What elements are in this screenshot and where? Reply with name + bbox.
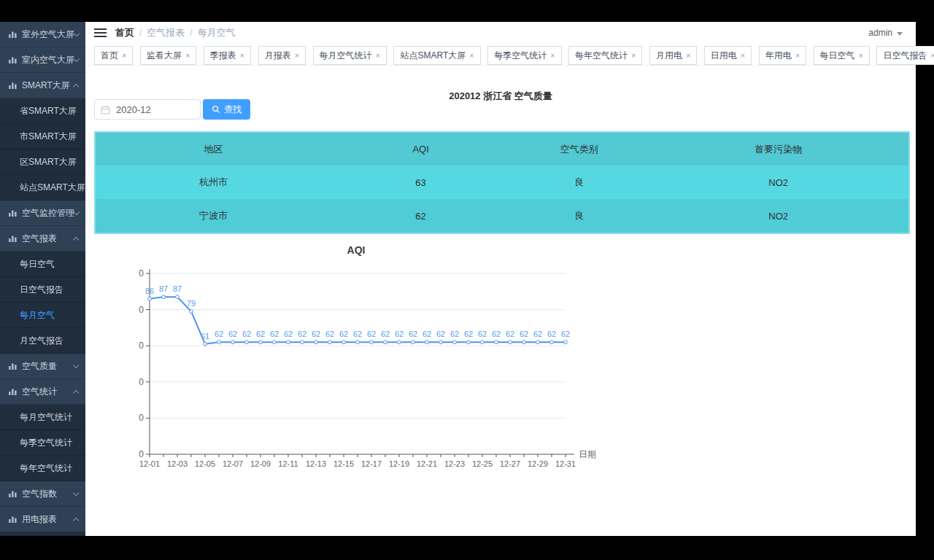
sidebar-item-air-quality[interactable]: 空气质量 [0, 354, 85, 379]
close-icon[interactable]: × [631, 51, 636, 60]
sidebar-item-label: 站点SMART大屏 [20, 182, 85, 194]
chart-title: AQI [139, 244, 574, 256]
close-icon[interactable]: × [686, 51, 690, 60]
sidebar-item-label: 每年空气统计 [20, 462, 72, 475]
sidebar-item-monthly-air[interactable]: 每月空气 [0, 303, 85, 328]
chevron-up-icon [73, 517, 79, 523]
close-icon[interactable]: × [795, 51, 800, 60]
sidebar-item-air-statistics[interactable]: 空气统计 [0, 379, 85, 405]
tab-daily-air-report[interactable]: 日空气报告× [876, 46, 934, 65]
tab-quarter-report[interactable]: 季报表× [204, 46, 251, 65]
close-icon[interactable]: × [930, 51, 934, 60]
sidebar-item-air-monitor-mgmt[interactable]: 空气监控管理 [0, 201, 85, 226]
svg-text:12-01: 12-01 [139, 459, 160, 468]
svg-text:86: 86 [145, 287, 154, 295]
bar-chart-icon [8, 489, 18, 498]
sidebar-item-yearly-air-stats[interactable]: 每年空气统计 [0, 456, 85, 481]
tab-yearly-power[interactable]: 年用电× [759, 46, 806, 65]
sidebar-item-daily-power[interactable]: 日用电 [0, 532, 85, 536]
hamburger-menu-icon[interactable] [94, 26, 107, 39]
close-icon[interactable]: × [550, 51, 555, 60]
user-menu[interactable]: admin [868, 28, 903, 38]
svg-text:62: 62 [561, 330, 570, 338]
close-icon[interactable]: × [122, 51, 126, 60]
svg-text:日期: 日期 [579, 449, 596, 459]
sidebar-item-label: 室外空气大屏 [22, 28, 74, 41]
tab-monthly-power[interactable]: 月用电× [649, 46, 697, 65]
close-icon[interactable]: × [469, 51, 474, 60]
tab-monitor-screen[interactable]: 监看大屏× [140, 46, 196, 65]
sidebar-item-label: 空气指数 [22, 488, 57, 500]
close-icon[interactable]: × [741, 51, 745, 60]
sidebar-item-monthly-air-report[interactable]: 月空气报告 [0, 328, 85, 354]
sidebar-item-air-reports[interactable]: 空气报表 [0, 226, 85, 252]
svg-text:62: 62 [325, 330, 334, 338]
bar-chart-icon [8, 209, 18, 217]
aqi-line-chart: 02040608010012-0112-0312-0512-0712-0912-… [139, 262, 620, 481]
sidebar-item-air-index[interactable]: 空气指数 [0, 481, 85, 507]
close-icon[interactable]: × [376, 51, 380, 60]
svg-text:62: 62 [242, 330, 251, 338]
svg-text:62: 62 [312, 330, 320, 338]
sidebar-item-label: 每日空气 [20, 258, 55, 271]
search-icon [212, 105, 220, 114]
svg-text:62: 62 [520, 330, 528, 338]
bar-chart-icon [8, 515, 18, 524]
tab-month-report[interactable]: 月报表× [258, 46, 306, 65]
svg-text:12-15: 12-15 [333, 459, 354, 468]
close-icon[interactable]: × [185, 51, 190, 60]
tab-monthly-air-stats[interactable]: 每月空气统计× [313, 46, 387, 65]
close-icon[interactable]: × [295, 51, 299, 60]
close-icon[interactable]: × [240, 51, 244, 60]
sidebar-item-label: 月空气报告 [20, 335, 63, 347]
sidebar-item-indoor-air-screen[interactable]: 室内空气大屏 [0, 47, 85, 73]
svg-text:12-11: 12-11 [278, 459, 298, 468]
svg-text:62: 62 [450, 330, 459, 338]
breadcrumb-home[interactable]: 首页 [115, 26, 134, 39]
svg-text:87: 87 [173, 284, 182, 293]
bar-chart-icon [8, 81, 18, 90]
sidebar-item-district-smart-screen[interactable]: 区SMART大屏 [0, 149, 85, 175]
date-picker[interactable] [94, 99, 201, 120]
sidebar-item-province-smart-screen[interactable]: 省SMART大屏 [0, 98, 85, 124]
svg-text:62: 62 [533, 330, 542, 338]
tab-yearly-air-stats[interactable]: 每年空气统计× [568, 46, 642, 65]
month-input[interactable] [115, 104, 190, 116]
sidebar-item-label: 空气报表 [22, 233, 57, 245]
sidebar-item-daily-air-report[interactable]: 日空气报告 [0, 277, 85, 303]
sidebar-item-label: 每月空气 [20, 309, 55, 322]
close-icon[interactable]: × [859, 51, 863, 60]
breadcrumb-air-reports[interactable]: 空气报表 [147, 26, 185, 39]
svg-text:62: 62 [436, 330, 445, 338]
search-button[interactable]: 查找 [203, 99, 250, 120]
chevron-down-icon [73, 362, 79, 368]
sidebar-item-outdoor-air-screen[interactable]: 室外空气大屏 [0, 22, 85, 47]
calendar-icon [101, 105, 110, 114]
tab-station-smart-screen[interactable]: 站点SMART大屏× [393, 46, 480, 65]
sidebar-item-quarterly-air-stats[interactable]: 每季空气统计 [0, 430, 85, 456]
sidebar-item-smart-screen[interactable]: SMART大屏 [0, 73, 85, 98]
svg-text:62: 62 [270, 330, 279, 338]
tab-home[interactable]: 首页× [94, 46, 133, 65]
tab-quarterly-air-stats[interactable]: 每季空气统计× [487, 46, 561, 65]
app-window: 室外空气大屏 室内空气大屏 SMART大屏 省SMART大屏 市SMART大屏 … [0, 22, 916, 536]
tab-daily-power[interactable]: 日用电× [704, 46, 752, 65]
sidebar-item-monthly-air-stats[interactable]: 每月空气统计 [0, 405, 85, 430]
sidebar-item-label: 用电报表 [22, 513, 57, 526]
svg-text:87: 87 [159, 284, 168, 293]
sidebar-item-label: SMART大屏 [22, 79, 70, 92]
sidebar-item-daily-air[interactable]: 每日空气 [0, 252, 85, 277]
breadcrumb-separator: / [190, 28, 192, 38]
column-header-region: 地区 [96, 143, 331, 156]
svg-text:62: 62 [284, 330, 293, 338]
sidebar-item-station-smart-screen[interactable]: 站点SMART大屏 [0, 175, 85, 201]
svg-text:12-21: 12-21 [417, 459, 437, 468]
sidebar-item-label: 空气质量 [22, 360, 57, 373]
air-quality-table: 地区 AQI 空气类别 首要污染物 杭州市 63 良 NO2 宁波市 62 良 … [94, 131, 910, 234]
tab-daily-air[interactable]: 每日空气× [814, 46, 870, 65]
svg-text:62: 62 [422, 330, 431, 338]
cell-region: 宁波市 [96, 209, 331, 222]
sidebar-item-city-smart-screen[interactable]: 市SMART大屏 [0, 124, 85, 149]
sidebar-item-power-reports[interactable]: 用电报表 [0, 507, 85, 532]
svg-text:100: 100 [139, 268, 144, 279]
